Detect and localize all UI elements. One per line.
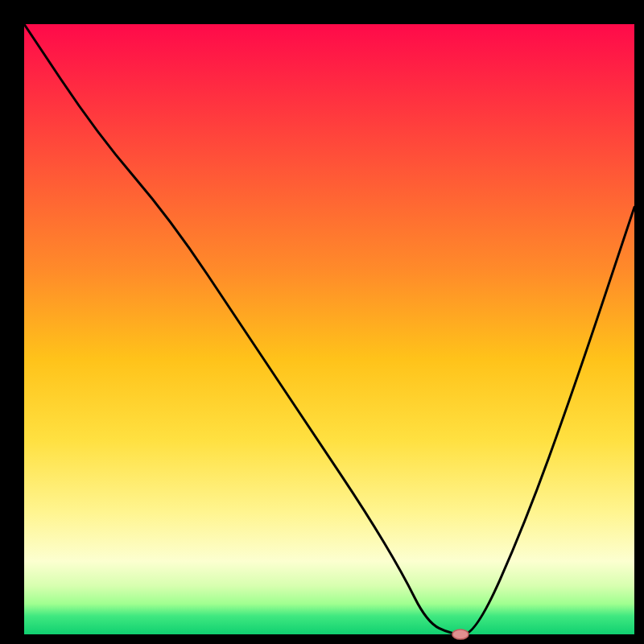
bottleneck-chart [0, 0, 644, 644]
chart-frame: TheBottleneck.com [0, 0, 644, 644]
